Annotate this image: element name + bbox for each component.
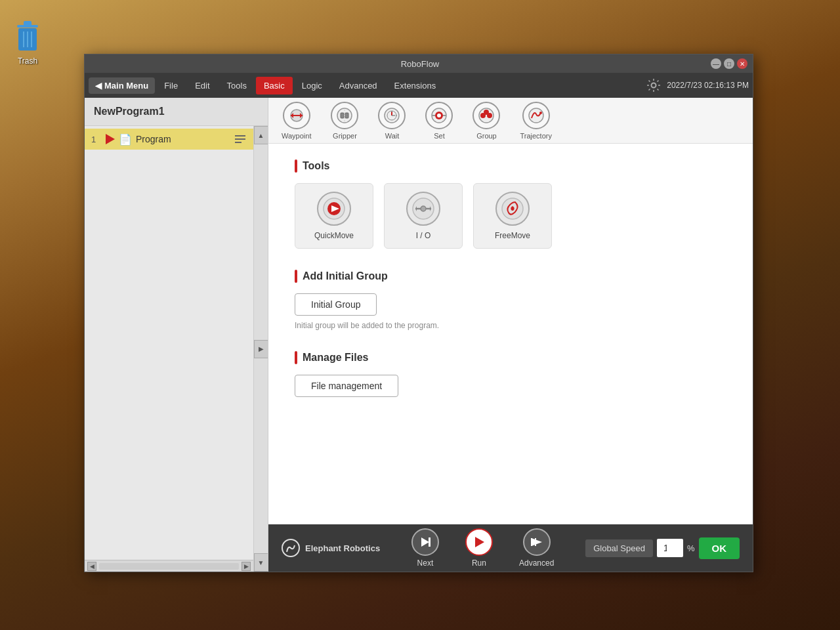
title-bar: RoboFlow — □ ✕	[85, 54, 753, 73]
toolbar-trajectory[interactable]: Trajectory	[520, 102, 552, 140]
content-area: Tools QuickMove	[268, 144, 753, 524]
next-label: Next	[417, 558, 434, 568]
clock-area: 2022/7/23 02:16:13 PM	[646, 77, 749, 93]
scroll-up-button[interactable]: ▲	[254, 126, 268, 144]
run-icon	[465, 528, 493, 556]
scroll-right-nav-button[interactable]: ▶	[254, 340, 268, 358]
scroll-down-button[interactable]: ▼	[254, 553, 268, 572]
svg-point-32	[484, 110, 489, 115]
tools-section: Tools QuickMove	[295, 159, 726, 249]
initial-group-section-title: Add Initial Group	[295, 270, 726, 283]
menu-tools[interactable]: Tools	[219, 77, 255, 94]
svg-rect-16	[345, 113, 348, 118]
svg-rect-15	[341, 113, 344, 118]
io-label: I / O	[416, 231, 431, 240]
gripper-icon	[331, 102, 358, 129]
svg-rect-46	[429, 537, 430, 547]
app-window: RoboFlow — □ ✕ ◀ Main Menu File Edit Too…	[84, 54, 753, 572]
freemove-icon	[495, 192, 530, 226]
svg-rect-7	[235, 135, 245, 136]
run-label: Run	[472, 558, 486, 568]
back-arrow-icon: ◀	[95, 81, 102, 91]
program-name: NewProgram1	[94, 106, 165, 117]
initial-group-hint: Initial group will be added to the progr…	[295, 321, 726, 330]
svg-point-26	[437, 114, 441, 117]
set-icon	[425, 102, 453, 129]
window-controls: — □ ✕	[711, 58, 747, 69]
trash-icon[interactable]: Trash	[12, 20, 43, 66]
toolbar-set[interactable]: Set	[425, 102, 453, 140]
group-icon	[472, 102, 500, 129]
initial-group-section: Add Initial Group Initial Group Initial …	[295, 270, 726, 330]
menu-edit[interactable]: Edit	[187, 77, 217, 94]
menu-basic[interactable]: Basic	[256, 77, 293, 94]
tools-section-title: Tools	[295, 159, 726, 173]
brand-logo-icon	[282, 539, 300, 557]
group-label: Group	[476, 132, 497, 140]
trajectory-icon	[522, 102, 550, 129]
item-number: 1	[91, 135, 102, 144]
trajectory-label: Trajectory	[520, 132, 552, 140]
svg-marker-45	[421, 537, 429, 547]
main-menu-button[interactable]: ◀ Main Menu	[89, 77, 155, 94]
manage-files-section-title: Manage Files	[295, 351, 726, 364]
scroll-right-button[interactable]: ▶	[242, 562, 251, 571]
window-title: RoboFlow	[129, 59, 711, 69]
svg-point-6	[652, 83, 656, 88]
list-area: 1 📄 Program	[85, 126, 253, 572]
menu-logic[interactable]: Logic	[294, 77, 330, 94]
scroll-track	[99, 563, 239, 570]
file-management-button[interactable]: File management	[295, 375, 398, 397]
freemove-card[interactable]: FreeMove	[473, 183, 552, 249]
toolbar-group[interactable]: Group	[472, 102, 500, 140]
left-panel-container: 1 📄 Program	[85, 126, 268, 572]
next-button[interactable]: Next	[411, 528, 439, 568]
speed-control: Global Speed % OK	[585, 537, 740, 559]
speed-label: Global Speed	[585, 539, 653, 557]
wait-label: Wait	[385, 132, 400, 140]
toolbar-wait[interactable]: Wait	[378, 102, 406, 140]
freemove-label: FreeMove	[495, 231, 530, 240]
tools-grid: QuickMove	[295, 183, 726, 249]
advanced-button[interactable]: Advanced	[519, 528, 554, 568]
run-button[interactable]: Run	[465, 528, 493, 568]
minimize-button[interactable]: —	[711, 58, 721, 69]
vertical-scrollbar: ▲ ▶ ▼	[253, 126, 268, 572]
initial-group-button[interactable]: Initial Group	[295, 293, 377, 316]
table-row[interactable]: 1 📄 Program	[85, 129, 253, 150]
horizontal-scrollbar: ◀ ▶	[85, 560, 253, 572]
svg-rect-8	[235, 138, 245, 140]
ok-button[interactable]: OK	[699, 537, 740, 559]
svg-point-33	[529, 108, 543, 123]
maximize-button[interactable]: □	[724, 58, 734, 69]
menu-extensions[interactable]: Extensions	[387, 77, 444, 94]
program-item-label: Program	[136, 134, 230, 144]
document-icon: 📄	[119, 133, 132, 146]
quickmove-card[interactable]: QuickMove	[295, 183, 373, 249]
toolbar-gripper[interactable]: Gripper	[331, 102, 358, 140]
clock-display: 2022/7/23 02:16:13 PM	[667, 81, 749, 90]
toolbar-waypoint[interactable]: Waypoint	[282, 102, 311, 140]
main-menu-label: Main Menu	[104, 81, 148, 91]
gripper-label: Gripper	[333, 132, 357, 140]
menu-file[interactable]: File	[156, 77, 186, 94]
list-actions-icon[interactable]	[234, 133, 247, 146]
bottom-bar: Elephant Robotics Next	[268, 524, 753, 572]
brand-name: Elephant Robotics	[305, 543, 380, 553]
play-arrow-icon	[106, 134, 115, 144]
svg-point-42	[421, 206, 426, 211]
io-card[interactable]: I / O	[384, 183, 463, 249]
quickmove-label: QuickMove	[314, 231, 354, 240]
trash-icon-image	[12, 20, 43, 54]
speed-unit: %	[687, 543, 695, 553]
program-header: NewProgram1	[85, 98, 268, 126]
svg-marker-48	[532, 538, 542, 546]
right-panel: Waypoint Gripper	[268, 98, 753, 572]
close-button[interactable]: ✕	[737, 58, 747, 69]
main-content: NewProgram1 1 📄 Program	[85, 98, 753, 572]
speed-input[interactable]	[657, 539, 683, 557]
menu-advanced[interactable]: Advanced	[331, 77, 385, 94]
scroll-left-button[interactable]: ◀	[87, 562, 96, 571]
left-panel: NewProgram1 1 📄 Program	[85, 98, 268, 572]
manage-files-section: Manage Files File management	[295, 351, 726, 397]
